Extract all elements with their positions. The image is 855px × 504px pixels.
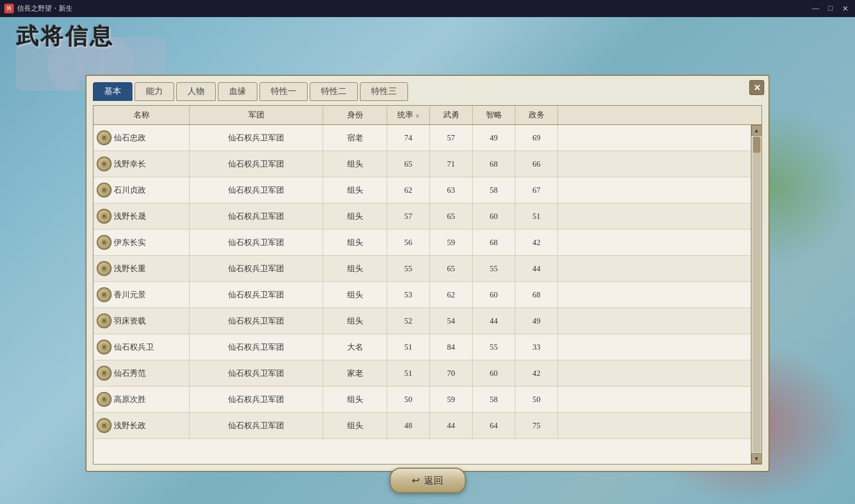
- td-corps: 仙石权兵卫军团: [190, 413, 323, 438]
- table-row[interactable]: 将仙石秀范仙石权兵卫军团家老51706042: [93, 360, 751, 387]
- char-icon: 将: [97, 261, 112, 276]
- table-row[interactable]: 将浅野长晟仙石权兵卫军团组头57656051: [93, 203, 751, 230]
- scroll-down-button[interactable]: ▼: [751, 453, 762, 464]
- td-corps: 仙石权兵卫军团: [190, 256, 323, 281]
- th-politics: 政务: [515, 106, 558, 124]
- td-corps: 仙石权兵卫军团: [190, 360, 323, 386]
- td-bravery: 44: [430, 413, 473, 438]
- maximize-button[interactable]: □: [825, 3, 836, 14]
- td-politics: 49: [515, 308, 558, 334]
- table-row[interactable]: 将石川贞政仙石权兵卫军团组头62635867: [93, 177, 751, 203]
- table-row[interactable]: 将浅野长政仙石权兵卫军团组头48446475: [93, 413, 751, 439]
- char-name: 香川元景: [114, 290, 146, 300]
- td-status: 组头: [323, 413, 387, 438]
- close-button[interactable]: ✕: [840, 3, 851, 14]
- tab-basic[interactable]: 基本: [93, 82, 132, 101]
- tab-trait1[interactable]: 特性一: [260, 82, 308, 101]
- td-corps: 仙石权兵卫军团: [190, 151, 323, 177]
- char-icon: 将: [97, 313, 112, 328]
- window-title: 信長之野望・新生: [17, 4, 810, 13]
- td-strategy: 44: [473, 308, 515, 334]
- tabs-container: 基本能力人物血缘特性一特性二特性三: [87, 76, 768, 101]
- char-name: 浅野长晟: [114, 211, 146, 222]
- char-icon: 将: [97, 130, 112, 145]
- table-row[interactable]: 将高原次胜仙石权兵卫军团组头50595850: [93, 387, 751, 413]
- td-strategy: 55: [473, 256, 515, 281]
- td-corps: 仙石权兵卫军团: [190, 177, 323, 203]
- return-button[interactable]: ↩ 返回: [389, 468, 466, 493]
- table-row[interactable]: 将仙石权兵卫仙石权兵卫军团大名51845533: [93, 334, 751, 360]
- td-bravery: 71: [430, 151, 473, 177]
- page-title: 武将信息: [16, 21, 114, 51]
- scroll-up-button[interactable]: ▲: [751, 125, 762, 136]
- tab-blood[interactable]: 血缘: [218, 82, 257, 101]
- td-bravery: 54: [430, 308, 473, 334]
- td-strategy: 68: [473, 230, 515, 255]
- td-empty: [558, 203, 751, 229]
- td-politics: 69: [515, 125, 558, 151]
- td-empty: [558, 360, 751, 386]
- table-row[interactable]: 将伊东长实仙石权兵卫军团组头56596842: [93, 230, 751, 256]
- char-icon: 将: [97, 156, 112, 171]
- td-strategy: 58: [473, 387, 515, 412]
- td-name: 将浅野长政: [93, 413, 190, 438]
- td-status: 组头: [323, 387, 387, 412]
- char-name: 浅野长重: [114, 264, 146, 274]
- panel-close-button[interactable]: ✕: [749, 80, 764, 95]
- td-bravery: 65: [430, 203, 473, 229]
- td-name: 将浅野幸长: [93, 151, 190, 177]
- td-status: 大名: [323, 334, 387, 360]
- td-empty: [558, 387, 751, 412]
- scroll-thumb[interactable]: [753, 137, 760, 153]
- td-strategy: 60: [473, 282, 515, 308]
- td-name: 将伊东长实: [93, 230, 190, 255]
- td-bravery: 62: [430, 282, 473, 308]
- th-strategy: 智略: [473, 106, 515, 124]
- td-name: 将浅野长重: [93, 256, 190, 281]
- td-name: 将香川元景: [93, 282, 190, 308]
- char-name: 仙石权兵卫: [114, 342, 154, 352]
- td-corps: 仙石权兵卫军团: [190, 334, 323, 360]
- th-bravery: 武勇: [430, 106, 473, 124]
- td-empty: [558, 334, 751, 360]
- td-strategy: 60: [473, 360, 515, 386]
- td-name: 将仙石秀范: [93, 360, 190, 386]
- table-row[interactable]: 将仙石忠政仙石权兵卫军团宿老74574969: [93, 125, 751, 151]
- table-row[interactable]: 将浅野长重仙石权兵卫军团组头55655544: [93, 256, 751, 282]
- table-body[interactable]: 将仙石忠政仙石权兵卫军团宿老74574969将浅野幸长仙石权兵卫军团组头6571…: [93, 125, 751, 464]
- table-row[interactable]: 将浅野幸长仙石权兵卫军团组头65716866: [93, 151, 751, 177]
- td-empty: [558, 177, 751, 203]
- td-status: 组头: [323, 177, 387, 203]
- td-bravery: 57: [430, 125, 473, 151]
- td-command: 57: [387, 203, 430, 229]
- minimize-button[interactable]: —: [810, 3, 821, 14]
- td-corps: 仙石权兵卫军团: [190, 282, 323, 308]
- tab-trait3[interactable]: 特性三: [360, 82, 408, 101]
- td-bravery: 70: [430, 360, 473, 386]
- td-status: 组头: [323, 203, 387, 229]
- td-status: 组头: [323, 282, 387, 308]
- td-strategy: 55: [473, 334, 515, 360]
- td-empty: [558, 308, 751, 334]
- td-bravery: 65: [430, 256, 473, 281]
- scrollbar[interactable]: ▲ ▼: [751, 125, 762, 464]
- table-row[interactable]: 将香川元景仙石权兵卫军团组头53626068: [93, 282, 751, 308]
- td-bravery: 59: [430, 387, 473, 412]
- td-command: 50: [387, 387, 430, 412]
- td-politics: 67: [515, 177, 558, 203]
- tab-person[interactable]: 人物: [176, 82, 216, 101]
- window-controls: — □ ✕: [810, 3, 851, 14]
- th-command[interactable]: 统率∨: [387, 106, 430, 124]
- td-status: 组头: [323, 230, 387, 255]
- td-command: 62: [387, 177, 430, 203]
- td-corps: 仙石权兵卫军团: [190, 387, 323, 412]
- table-row[interactable]: 将羽床资载仙石权兵卫军团组头52544449: [93, 308, 751, 334]
- tab-trait2[interactable]: 特性二: [310, 82, 358, 101]
- char-name: 高原次胜: [114, 395, 146, 405]
- tab-ability[interactable]: 能力: [135, 82, 174, 101]
- char-name: 羽床资载: [114, 316, 146, 326]
- td-status: 宿老: [323, 125, 387, 151]
- td-politics: 51: [515, 203, 558, 229]
- td-strategy: 60: [473, 203, 515, 229]
- td-politics: 75: [515, 413, 558, 438]
